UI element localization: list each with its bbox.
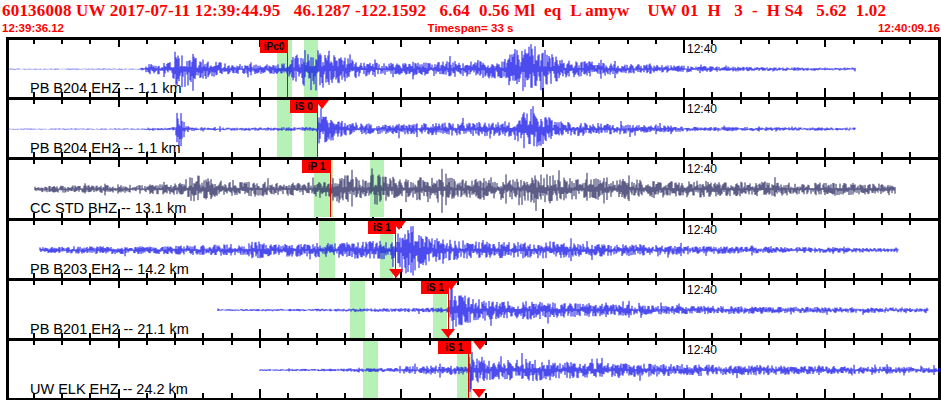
minute-time-label: 12:40 (687, 223, 717, 237)
phase-pick-flag[interactable]: iS 0 (290, 100, 318, 113)
pick-arrow-icon (473, 341, 487, 350)
event-summary-header: 60136008 UW 2017-07-11 12:39:44.95 46.12… (2, 1, 941, 21)
pick-arrow-icon (444, 281, 458, 290)
trace-panel[interactable]: iS 1 12:40 PB B203 EH2 -- 14.2 km (0, 221, 941, 278)
phase-pick-flag[interactable]: iS 1 (438, 341, 471, 354)
station-channel-label: PB B204 EH2 -- 1.1 km (30, 140, 181, 156)
pick-arrow-icon (392, 221, 406, 230)
minute-time-label: 12:40 (687, 343, 717, 357)
pick-arrow-icon (472, 389, 486, 398)
minute-time-label: 12:40 (687, 283, 717, 297)
timespan-label: Timespan= 33 s (0, 22, 941, 34)
phase-pick-flag[interactable]: iP 1 (302, 160, 331, 173)
minute-time-label: 12:40 (687, 102, 717, 116)
seismogram-viewer: 60136008 UW 2017-07-11 12:39:44.95 46.12… (0, 0, 941, 400)
station-channel-label: PB B203 EH2 -- 14.2 km (30, 261, 189, 277)
trace-panel[interactable]: iS 1 12:40 PB B201 EH2 -- 21.1 km (0, 281, 941, 338)
trace-panel[interactable]: iPc0 12:40 PB B204 EHZ -- 1.1 km (0, 40, 941, 97)
station-channel-label: PB B201 EH2 -- 21.1 km (30, 321, 189, 337)
trace-panel[interactable]: iS 1 12:40 UW ELK EHZ -- 24.2 km (0, 341, 941, 398)
phase-pick-flag[interactable]: iPc0 (260, 40, 288, 53)
station-channel-label: CC STD BHZ -- 13.1 km (30, 200, 186, 216)
station-channel-label: PB B204 EHZ -- 1.1 km (30, 80, 182, 96)
window-end-time: 12:40:09.16 (878, 22, 940, 34)
trace-panel[interactable]: iS 0 12:40 PB B204 EH2 -- 1.1 km (0, 100, 941, 157)
time-range-bar: 12:39:36.12 Timespan= 33 s 12:40:09.16 (0, 22, 941, 36)
station-channel-label: UW ELK EHZ -- 24.2 km (30, 381, 188, 397)
minute-time-label: 12:40 (687, 42, 717, 56)
pick-arrow-icon (315, 100, 329, 109)
pick-arrow-icon (441, 329, 455, 338)
minute-time-label: 12:40 (687, 162, 717, 176)
pick-arrow-icon (389, 269, 403, 278)
trace-panel[interactable]: iP 1 12:40 CC STD BHZ -- 13.1 km (0, 160, 941, 217)
